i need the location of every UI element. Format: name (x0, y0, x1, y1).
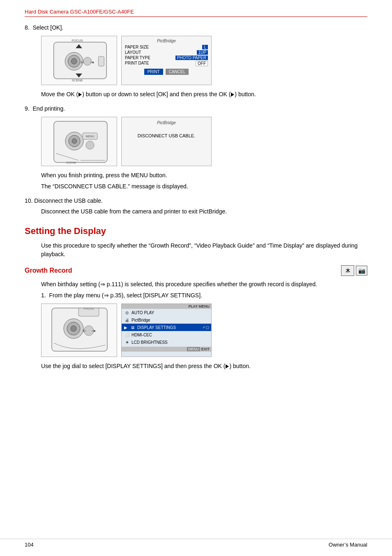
step-8-images: FOCUS SCENE $< >■ PictBridge PAPER SIZE (41, 36, 367, 85)
svg-point-25 (71, 326, 76, 331)
step-9-content: When you finish printing, press the MENU… (41, 171, 367, 191)
subsection-step-1-label: 1. From the play menu (⇒ p.35), select [… (41, 292, 367, 299)
manual-title: Owner’s Manual (329, 542, 367, 548)
growth-record-icon: 木 (341, 265, 354, 276)
svg-point-3 (71, 58, 77, 64)
print-date-row: PRINT DATE OFF (125, 61, 208, 66)
svg-point-15 (72, 139, 77, 144)
step-8-label: 8. Select [OK]. (25, 24, 367, 31)
camera-diagram-3: FOCUS $< >■ (41, 303, 117, 357)
setting-display-section: Setting the Display Use this procedure t… (25, 226, 367, 371)
section-heading: Setting the Display (25, 226, 367, 236)
play-menu-header: PLAY MENU (122, 304, 211, 309)
svg-text:MENU: MENU (86, 135, 95, 138)
ok-arrow-icon-3 (226, 364, 229, 368)
paper-size-row: PAPER SIZE L (125, 45, 208, 49)
svg-text:$<: $< (83, 329, 86, 333)
step-8-content: Move the OK () button up or down to sele… (41, 90, 367, 99)
page: Hard Disk Camera GSC-A100FE/GSC-A40FE 8.… (0, 0, 392, 556)
step-10-label: 10. Disconnect the USB cable. (25, 197, 367, 204)
subsection-icons: 木 📷 (341, 265, 367, 276)
svg-text:>■: >■ (92, 329, 96, 333)
svg-text:SCENE: SCENE (71, 79, 83, 82)
step-8-block: 8. Select [OK]. FOCUS (25, 24, 367, 99)
play-menu-item-autoplay: ⊙ AUTO PLAY (122, 309, 211, 316)
camera-diagram-1: FOCUS SCENE $< >■ (41, 36, 117, 85)
step-10-block: 10. Disconnect the USB cable. Disconnect… (25, 197, 367, 216)
step-9-label: 9. End printing. (25, 105, 367, 112)
step-1-images: FOCUS $< >■ PLA (41, 303, 367, 357)
step-9-images: MENU SCENE PictBridge DISCONNECT USB CAB… (41, 117, 367, 166)
play-menu-item-lcd: ☀ LCD BRIGHTNESS (122, 338, 211, 346)
section-intro: Use this procedure to specify whether th… (41, 241, 367, 259)
svg-rect-8 (98, 56, 104, 66)
camera-diagram-2: MENU SCENE (41, 117, 117, 166)
play-menu-item-pictbridge: 🖨 PictBridge (122, 316, 211, 324)
play-menu-item-display: ▶ 🖥 DISPLAY SETTINGS ✓◻ (122, 324, 211, 331)
svg-text:$<: $< (81, 60, 84, 64)
subsection-heading: Growth Record 木 📷 (25, 265, 367, 276)
layout-row: LAYOUT 1UP (125, 50, 208, 55)
step-9-block: 9. End printing. MENU (25, 105, 367, 191)
step-10-content: Disconnect the USB cable from the camera… (41, 207, 367, 216)
svg-text:>■: >■ (90, 60, 95, 64)
play-menu-footer: MENU EXIT (122, 347, 211, 352)
subsection-content: When birthday setting (⇒ p.111) is selec… (41, 280, 367, 371)
svg-text:FOCUS: FOCUS (71, 39, 83, 42)
subsection-step-1-para: Use the jog dial to select [DISPLAY SETT… (41, 362, 367, 371)
page-header: Hard Disk Camera GSC-A100FE/GSC-A40FE (25, 8, 367, 17)
svg-text:FOCUS: FOCUS (84, 307, 94, 310)
play-menu-item-hdmi: ⬜ HDMI-CEC (122, 331, 211, 338)
pictbridge-screen-1: PictBridge PAPER SIZE L LAYOUT 1UP PAPER… (121, 36, 212, 85)
svg-text:SCENE: SCENE (66, 161, 76, 164)
header-title: Hard Disk Camera GSC-A100FE/GSC-A40FE (25, 9, 134, 15)
ok-arrow-icon-2 (231, 93, 234, 97)
pictbridge-buttons: PRINT CANCEL (125, 69, 208, 75)
growth-record-subsection: Growth Record 木 📷 When birthday setting … (25, 265, 367, 371)
camera-mode-icon: 📷 (356, 266, 367, 276)
paper-type-row: PAPER TYPE PHOTO PAPER (125, 56, 208, 60)
play-menu-screen: PLAY MENU ⊙ AUTO PLAY 🖨 PictBridge (121, 303, 212, 357)
subsection-step-1: 1. From the play menu (⇒ p.35), select [… (41, 292, 367, 371)
page-footer: 104 Owner’s Manual (0, 539, 392, 548)
svg-point-18 (86, 141, 94, 149)
ok-arrow-icon (78, 93, 82, 97)
page-number: 104 (25, 542, 34, 548)
disconnect-screen: PictBridge DISCONNECT USB CABLE. (121, 117, 212, 166)
